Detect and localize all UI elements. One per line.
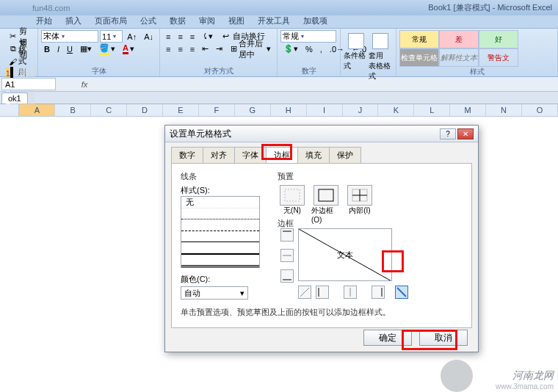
- line-style-opt[interactable]: [181, 242, 259, 254]
- col-header-N[interactable]: N: [486, 104, 522, 116]
- comma-button[interactable]: ,: [317, 43, 325, 55]
- cancel-button[interactable]: 取消: [419, 330, 468, 346]
- font-name-combo[interactable]: 宋体▾: [41, 30, 98, 43]
- border-top-button[interactable]: [280, 228, 294, 242]
- border-diag-up-button[interactable]: [298, 286, 311, 299]
- align-left-button[interactable]: ≡: [163, 43, 173, 55]
- name-box[interactable]: A1: [1, 78, 56, 90]
- percent-button[interactable]: %: [302, 43, 316, 55]
- line-style-opt[interactable]: [181, 231, 259, 242]
- col-header-H[interactable]: H: [271, 104, 307, 116]
- bold-button[interactable]: B: [41, 43, 53, 55]
- dtab-font[interactable]: 字体: [234, 147, 267, 163]
- fill-color-button[interactable]: 🪣▾: [96, 43, 118, 55]
- accounting-button[interactable]: 💲▾: [280, 43, 301, 55]
- align-mid-button[interactable]: ≡: [175, 30, 185, 43]
- line-none[interactable]: 无: [181, 197, 259, 208]
- col-header-C[interactable]: C: [91, 104, 127, 116]
- format-painter-button[interactable]: 🖌格式刷: [6, 55, 35, 68]
- tab-layout[interactable]: 页面布局: [88, 13, 134, 28]
- col-header-E[interactable]: E: [163, 104, 199, 116]
- col-header-O[interactable]: O: [522, 104, 558, 116]
- svg-line-13: [397, 288, 406, 297]
- wrap-icon: ↩: [220, 31, 231, 42]
- dtab-fill[interactable]: 填充: [297, 147, 330, 163]
- border-diag-down-button[interactable]: [395, 286, 408, 299]
- tab-home[interactable]: 开始: [29, 13, 59, 28]
- align-right-button[interactable]: ≡: [187, 43, 198, 55]
- underline-button[interactable]: U: [64, 43, 76, 55]
- dtab-number[interactable]: 数字: [171, 147, 203, 163]
- col-header-A[interactable]: A: [19, 104, 55, 116]
- align-center-button[interactable]: ≡: [175, 43, 185, 55]
- workbook-tabs: ok1: [0, 92, 558, 104]
- tab-addin[interactable]: 加载项: [297, 13, 334, 28]
- watermark: 河南龙网 www.3mama.com: [496, 369, 554, 391]
- close-button[interactable]: ✕: [457, 128, 474, 139]
- tab-data[interactable]: 数据: [163, 13, 192, 28]
- border-mid-v-button[interactable]: [344, 286, 357, 299]
- style-bad[interactable]: 差: [439, 30, 479, 48]
- border-left-button[interactable]: [316, 286, 329, 299]
- col-header-G[interactable]: G: [235, 104, 271, 116]
- tab-formulas[interactable]: 公式: [134, 13, 163, 28]
- style-good[interactable]: 好: [479, 30, 518, 48]
- align-bot-button[interactable]: ≡: [187, 30, 198, 43]
- ok-button[interactable]: 确定: [363, 330, 412, 346]
- tab-insert[interactable]: 插入: [59, 13, 88, 28]
- line-style-opt[interactable]: [181, 208, 259, 219]
- dtab-align[interactable]: 对齐: [203, 147, 235, 163]
- font-color-button[interactable]: A▾: [120, 43, 137, 55]
- col-header-M[interactable]: M: [450, 104, 486, 116]
- line-style-opt[interactable]: [181, 255, 259, 267]
- col-header-K[interactable]: K: [378, 104, 414, 116]
- border-preview[interactable]: 文本: [298, 228, 392, 281]
- cell[interactable]: [33, 92, 35, 105]
- col-header-I[interactable]: I: [307, 104, 343, 116]
- line-style-opt[interactable]: [181, 219, 259, 231]
- font-size-combo[interactable]: 11▾: [100, 30, 123, 43]
- col-header-L[interactable]: L: [414, 104, 450, 116]
- style-warning[interactable]: 警告文: [479, 48, 518, 67]
- style-check[interactable]: 检查单元格: [399, 48, 439, 67]
- dtab-border[interactable]: 边框: [266, 147, 298, 163]
- preset-inside[interactable]: [347, 185, 372, 206]
- tab-view[interactable]: 视图: [222, 13, 251, 28]
- border-right-button[interactable]: [372, 286, 385, 299]
- scissors-icon: ✂: [9, 31, 18, 42]
- col-header-J[interactable]: J: [343, 104, 379, 116]
- grow-font-button[interactable]: A↑: [124, 30, 140, 43]
- line-color-combo[interactable]: 自动▾: [181, 286, 248, 300]
- align-top-button[interactable]: ≡: [163, 30, 173, 43]
- col-header-D[interactable]: D: [127, 104, 163, 116]
- indent-dec-button[interactable]: ⇤: [199, 43, 211, 55]
- tab-dev[interactable]: 开发工具: [251, 13, 297, 28]
- style-explain[interactable]: 解释性文本: [439, 48, 479, 67]
- shrink-font-button[interactable]: A↓: [141, 30, 156, 43]
- indent-inc-button[interactable]: ⇥: [213, 43, 225, 55]
- italic-button[interactable]: I: [54, 43, 62, 55]
- format-as-table-button[interactable]: 套用 表格格式: [369, 30, 394, 81]
- cell-styles-gallery[interactable]: 常规 差 好: [399, 30, 554, 48]
- number-format-combo[interactable]: 常规▾: [280, 30, 336, 43]
- help-button[interactable]: ?: [440, 128, 456, 139]
- col-header-B[interactable]: B: [55, 104, 91, 116]
- fx-icon[interactable]: fx: [78, 80, 91, 89]
- preset-none[interactable]: [280, 185, 305, 206]
- sheet-tab[interactable]: ok1: [1, 92, 28, 104]
- col-header-F[interactable]: F: [199, 104, 235, 116]
- merge-center-button[interactable]: ⊞合并后居中▾: [227, 43, 274, 55]
- tab-review[interactable]: 审阅: [192, 13, 222, 28]
- conditional-format-button[interactable]: 条件格式: [344, 30, 369, 71]
- border-bottom-button[interactable]: [280, 269, 294, 283]
- line-style-list[interactable]: 无: [181, 196, 260, 268]
- style-normal[interactable]: 常规: [399, 30, 439, 48]
- dtab-protect[interactable]: 保护: [329, 147, 361, 163]
- copy-icon: ⧉: [9, 43, 18, 54]
- orientation-button[interactable]: ⤹▾: [199, 30, 216, 43]
- border-button[interactable]: ▦▾: [77, 43, 95, 55]
- border-mid-h-button[interactable]: [280, 249, 294, 262]
- dialog-titlebar[interactable]: 设置单元格格式 ? ✕: [165, 126, 478, 142]
- preset-outline[interactable]: [314, 185, 338, 206]
- select-all-corner[interactable]: [0, 104, 19, 116]
